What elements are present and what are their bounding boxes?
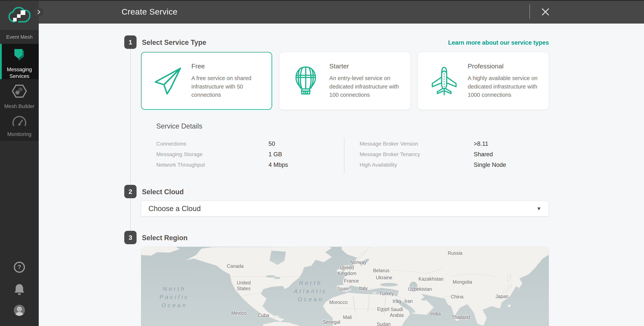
map-country-label: Ukraine xyxy=(376,275,392,280)
map-country-label: Iran xyxy=(404,298,413,304)
sidebar-bottom-panel xyxy=(0,141,39,326)
learn-more-link[interactable]: Learn more about our service types xyxy=(448,39,549,46)
chevron-down-icon: ▼ xyxy=(536,206,542,212)
map-country-label: Mali xyxy=(343,314,352,320)
sidebar-item-label: Messaging Services xyxy=(0,66,39,80)
close-icon xyxy=(541,7,550,16)
step-1-badge: 1 xyxy=(124,35,136,49)
detail-value: 50 xyxy=(268,140,275,147)
service-details-right-column: Message Broker Version >8.11 Message Bro… xyxy=(360,139,540,170)
cloud-select-value: Choose a Cloud xyxy=(148,205,201,213)
step-1-heading: Select Service Type xyxy=(142,38,206,46)
gauge-icon xyxy=(12,115,27,128)
sidebar-item-label: Mesh Builder xyxy=(4,103,34,110)
map-labels-layer: RussiaNorwayCanadaUnited KingdomBelarusU… xyxy=(141,247,549,326)
map-country-label: Japan xyxy=(495,294,508,299)
card-text: Starter An entry-level service on dedica… xyxy=(329,62,404,99)
map-country-label: Egypt xyxy=(377,306,389,312)
detail-value: >8.11 xyxy=(474,140,488,147)
detail-row: Connections 50 xyxy=(156,139,344,149)
map-country-label: Mongolia xyxy=(452,279,472,285)
service-details-heading: Service Details xyxy=(156,122,202,130)
map-country-label: Saudi Arabia xyxy=(390,307,404,318)
step-3-badge: 3 xyxy=(124,231,136,244)
header-divider xyxy=(530,4,530,19)
map-country-label: Cuba xyxy=(258,313,269,318)
region-selection-map[interactable]: RussiaNorwayCanadaUnited KingdomBelarusU… xyxy=(141,247,549,326)
help-button[interactable]: ? xyxy=(14,261,25,273)
step-2-heading: Select Cloud xyxy=(142,188,184,196)
map-country-label: Thailand xyxy=(452,314,470,320)
service-type-description: A free service on shared infrastructure … xyxy=(192,74,266,99)
map-country-label: Iraq xyxy=(392,298,401,304)
service-type-description: A highly available service on dedicated … xyxy=(468,74,543,99)
detail-row: Network Throughput 4 Mbps xyxy=(156,160,344,170)
step-connector-line xyxy=(130,49,130,185)
sidebar-section-event-mesh: Event Mesh xyxy=(0,30,39,44)
map-ocean-label: North Pacific Ocean xyxy=(160,285,189,310)
service-details-left-column: Connections 50 Messaging Storage 1 GB Ne… xyxy=(156,139,344,170)
svg-text:?: ? xyxy=(18,264,21,270)
service-type-name: Free xyxy=(192,62,266,70)
logo-block xyxy=(0,0,39,30)
detail-value: Shared xyxy=(474,151,493,158)
map-country-label: Morocco xyxy=(329,299,348,305)
map-country-label: China xyxy=(451,294,463,300)
step-number: 3 xyxy=(129,234,132,241)
service-type-description: An entry-level service on dedicated infr… xyxy=(329,74,404,99)
map-country-label: Norway xyxy=(350,259,366,265)
step-number: 2 xyxy=(129,188,132,195)
map-country-label: Canada xyxy=(227,263,244,269)
service-type-cards: Free A free service on shared infrastruc… xyxy=(141,52,549,110)
expand-sidebar-button[interactable] xyxy=(34,7,43,17)
detail-value: 1 GB xyxy=(268,151,282,158)
service-card-starter[interactable]: Starter An entry-level service on dedica… xyxy=(279,52,410,110)
detail-label: Connections xyxy=(156,141,268,147)
dialog-header: Create Service xyxy=(39,0,644,23)
cloud-select-dropdown[interactable]: Choose a Cloud ▼ xyxy=(141,201,549,216)
sidebar-item-mesh-builder[interactable]: Mesh Builder xyxy=(0,79,39,114)
map-country-label: France xyxy=(344,278,359,284)
card-text: Free A free service on shared infrastruc… xyxy=(192,62,266,99)
details-divider xyxy=(344,138,344,174)
map-ocean-label: North Atlantic Ocean xyxy=(294,279,327,303)
paper-plane-icon xyxy=(152,65,184,96)
service-card-free[interactable]: Free A free service on shared infrastruc… xyxy=(141,52,272,110)
sidebar-item-monitoring[interactable]: Monitoring xyxy=(0,114,39,141)
step-number: 1 xyxy=(129,38,132,46)
service-type-name: Starter xyxy=(329,62,404,70)
detail-value: 4 Mbps xyxy=(268,162,288,168)
airplane-icon xyxy=(428,65,460,97)
map-country-label: Spain xyxy=(337,286,350,292)
card-text: Professional A highly available service … xyxy=(468,62,543,99)
detail-row: Messaging Storage 1 GB xyxy=(156,149,344,160)
shield-icon xyxy=(13,48,26,63)
user-avatar[interactable] xyxy=(14,304,25,316)
map-country-label: Turkey xyxy=(379,291,394,296)
sidebar: Event Mesh Messaging Services Mesh Build… xyxy=(0,0,39,326)
step-3-heading: Select Region xyxy=(142,234,188,242)
create-service-form: 1 Select Service Type Learn more about o… xyxy=(39,23,644,326)
detail-row: Message Broker Tenancy Shared xyxy=(360,149,540,160)
detail-row: Message Broker Version >8.11 xyxy=(360,139,540,149)
sidebar-item-messaging-services[interactable]: Messaging Services xyxy=(0,44,39,79)
question-mark-icon: ? xyxy=(14,261,25,273)
close-button[interactable] xyxy=(541,7,550,16)
map-country-label: Kazakhstan xyxy=(418,276,444,282)
detail-label: Message Broker Tenancy xyxy=(360,151,474,158)
hot-air-balloon-icon xyxy=(290,65,322,97)
map-country-label: United Kingdom xyxy=(338,265,356,276)
map-country-label: Sudan xyxy=(377,321,390,326)
map-country-label: India xyxy=(430,311,441,317)
service-type-name: Professional xyxy=(468,62,543,70)
service-card-professional[interactable]: Professional A highly available service … xyxy=(418,52,549,110)
window-top-edge xyxy=(0,0,644,1)
detail-label: Messaging Storage xyxy=(156,151,268,158)
event-mesh-label: Event Mesh xyxy=(6,34,32,40)
map-country-label: Italy xyxy=(359,285,368,291)
map-country-label: Uzbekistan xyxy=(408,286,432,292)
notifications-button[interactable] xyxy=(14,283,25,295)
solace-cloud-logo-icon xyxy=(8,5,31,24)
bell-icon xyxy=(14,283,25,295)
page-title: Create Service xyxy=(122,0,178,23)
